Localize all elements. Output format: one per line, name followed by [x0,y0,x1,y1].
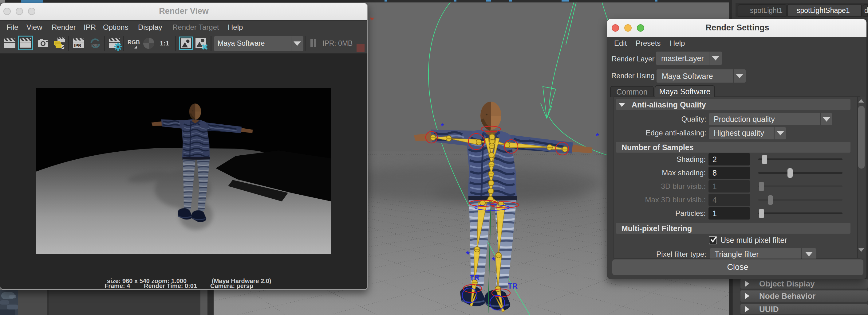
svg-text:IPR: IPR [91,43,98,48]
svg-text:*: * [466,249,470,259]
svg-text:S: S [61,44,65,50]
svg-text:*: * [441,121,444,131]
svg-text:*: * [492,255,495,265]
svg-text:TR: TR [508,282,518,290]
svg-text:TR: TR [470,273,479,282]
svg-text:*: * [596,131,599,141]
svg-text:IPR: IPR [74,43,81,48]
